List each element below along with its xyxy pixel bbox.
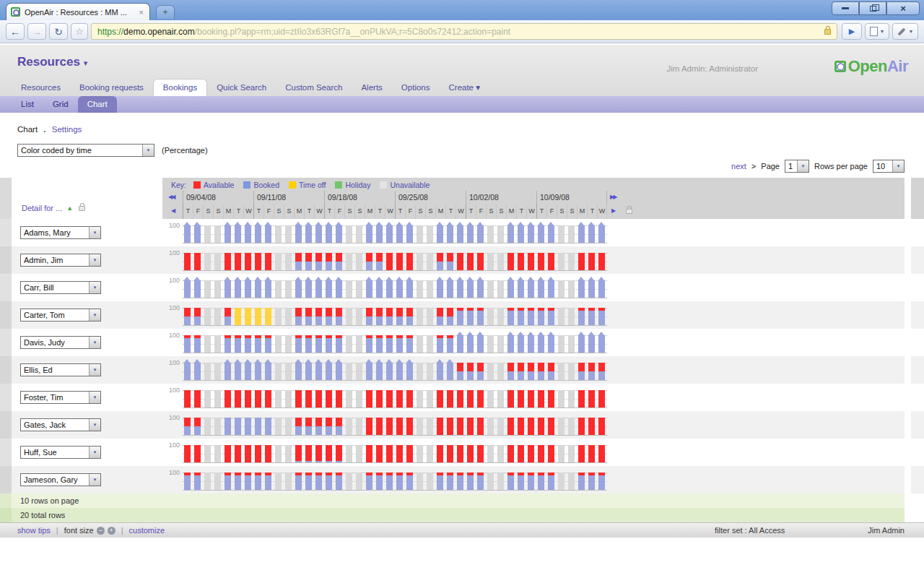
bar-segment-un bbox=[497, 308, 504, 325]
tab-close-icon[interactable]: × bbox=[138, 8, 145, 17]
refresh-button[interactable]: ↻ bbox=[49, 23, 68, 40]
utilization-bar bbox=[396, 390, 403, 407]
bar-segment-av bbox=[326, 390, 332, 407]
detail-for-link[interactable]: Detail for ... bbox=[22, 204, 62, 212]
bar-segment-av bbox=[507, 390, 514, 407]
bar-segment-av bbox=[245, 390, 251, 407]
tab-alerts[interactable]: Alerts bbox=[352, 79, 391, 96]
day-cell bbox=[344, 274, 354, 301]
resource-select[interactable]: Admin, Jim▼ bbox=[20, 254, 101, 267]
go-button[interactable]: ▶ bbox=[842, 23, 862, 40]
browser-tab[interactable]: OpenAir : Resources : MM ... × bbox=[6, 3, 150, 20]
resource-select[interactable]: Adams, Mary▼ bbox=[20, 226, 101, 239]
font-size-increase-icon[interactable]: + bbox=[108, 527, 116, 535]
url-field[interactable]: https://demo.openair.com/booking.pl?app=… bbox=[91, 23, 837, 40]
bar-segment-bk bbox=[295, 262, 302, 270]
bar-segment-av bbox=[386, 418, 393, 435]
day-cell bbox=[344, 329, 354, 356]
tools-menu-button[interactable]: ▼ bbox=[892, 23, 918, 40]
day-cell bbox=[375, 439, 385, 466]
utilization-bar bbox=[497, 280, 504, 298]
bar-segment-bk bbox=[386, 316, 393, 325]
show-tips-link[interactable]: show tips bbox=[17, 526, 51, 535]
settings-link[interactable]: Settings bbox=[52, 125, 82, 134]
day-cell bbox=[445, 246, 456, 274]
utilization-bar bbox=[558, 253, 565, 270]
view-mode-select[interactable]: Color coded by time ▼ bbox=[17, 144, 154, 157]
resource-select[interactable]: Ellis, Ed▼ bbox=[20, 363, 101, 376]
utilization-bar bbox=[437, 308, 443, 325]
utilization-bar bbox=[406, 308, 413, 325]
day-cell bbox=[263, 274, 274, 301]
tab-booking-requests[interactable]: Booking requests bbox=[70, 79, 153, 96]
utilization-bar bbox=[295, 445, 302, 462]
tab-quick-search[interactable]: Quick Search bbox=[207, 79, 276, 96]
next-period-icon[interactable]: ▶▶ bbox=[610, 194, 616, 200]
day-cell bbox=[445, 384, 456, 411]
tab-options[interactable]: Options bbox=[392, 79, 440, 96]
day-cell bbox=[213, 301, 223, 329]
bar-segment-un bbox=[285, 308, 292, 325]
bar-segment-av bbox=[336, 253, 342, 262]
day-cell bbox=[324, 329, 334, 356]
day-cell bbox=[567, 356, 577, 384]
bar-segment-bk bbox=[366, 225, 372, 243]
resource-select[interactable]: Gates, Jack▼ bbox=[20, 418, 101, 431]
minimize-button[interactable] bbox=[832, 1, 859, 15]
close-button[interactable]: × bbox=[886, 1, 920, 15]
next-page-link[interactable]: next bbox=[731, 162, 746, 171]
tab-create[interactable]: Create ▾ bbox=[440, 79, 489, 96]
bar-segment-bk bbox=[305, 461, 312, 462]
bar-segment-bk bbox=[295, 338, 302, 353]
day-cell bbox=[486, 246, 496, 274]
resource-select[interactable]: Carr, Bill▼ bbox=[20, 281, 101, 294]
tab-resources[interactable]: Resources bbox=[12, 79, 70, 96]
page-select[interactable]: 1 ▼ bbox=[785, 160, 809, 173]
prev-week-icon[interactable]: ◀ bbox=[171, 207, 174, 214]
next-week-icon[interactable]: ▶ bbox=[611, 207, 614, 214]
prev-period-icon[interactable]: ◀◀ bbox=[168, 194, 174, 200]
rows-per-page-select[interactable]: 10 ▼ bbox=[873, 160, 905, 173]
utilization-bar bbox=[265, 445, 271, 462]
bar-segment-bk bbox=[225, 363, 231, 380]
subtab-grid[interactable]: Grid bbox=[43, 96, 78, 113]
utilization-bar bbox=[245, 473, 251, 490]
forward-button[interactable]: → bbox=[27, 23, 46, 40]
bar-segment-bk bbox=[437, 225, 443, 243]
new-tab-button[interactable]: + bbox=[156, 5, 175, 19]
day-cell bbox=[567, 301, 577, 329]
bar-segment-bk bbox=[507, 311, 514, 325]
subtab-list[interactable]: List bbox=[12, 96, 43, 113]
utilization-bar bbox=[184, 473, 191, 490]
bar-segment-bk bbox=[336, 363, 342, 380]
bar-segment-av bbox=[315, 390, 322, 407]
tab-custom-search[interactable]: Custom Search bbox=[276, 79, 352, 96]
utilization-bar bbox=[214, 253, 221, 270]
resource-select[interactable]: Jameson, Gary▼ bbox=[20, 473, 101, 486]
detail-header-cell: Detail for ... ▲ bbox=[12, 178, 162, 219]
day-cell bbox=[294, 411, 304, 439]
resource-select[interactable]: Huff, Sue▼ bbox=[20, 446, 101, 459]
back-button[interactable]: ← bbox=[6, 23, 25, 40]
resource-select[interactable]: Davis, Judy▼ bbox=[20, 336, 101, 349]
collapse-triangle-icon[interactable]: ▲ bbox=[66, 204, 73, 212]
day-columns bbox=[183, 246, 607, 274]
day-letter: S bbox=[567, 204, 577, 219]
tab-bookings[interactable]: Bookings bbox=[153, 79, 207, 96]
y-axis-100-label: 100 bbox=[165, 277, 180, 284]
page-value: 1 bbox=[785, 162, 797, 171]
bar-segment-bk bbox=[315, 316, 322, 325]
app-title-menu[interactable]: Resources ▾ bbox=[17, 55, 87, 69]
resource-select[interactable]: Foster, Tim▼ bbox=[20, 391, 101, 404]
subtab-chart[interactable]: Chart bbox=[78, 96, 117, 113]
customize-link[interactable]: customize bbox=[129, 526, 165, 535]
bar-segment-av bbox=[315, 308, 322, 316]
overbooked-arrow-icon bbox=[386, 222, 392, 225]
day-cell bbox=[385, 466, 395, 493]
font-size-decrease-icon[interactable]: − bbox=[97, 527, 105, 535]
restore-button[interactable] bbox=[859, 1, 886, 15]
browser-toolbar: ← → ↻ ☆ https://demo.openair.com/booking… bbox=[0, 20, 924, 43]
resource-select[interactable]: Carter, Tom▼ bbox=[20, 309, 101, 322]
bookmark-star-icon[interactable]: ☆ bbox=[71, 23, 88, 40]
page-menu-button[interactable]: ▼ bbox=[865, 23, 889, 40]
